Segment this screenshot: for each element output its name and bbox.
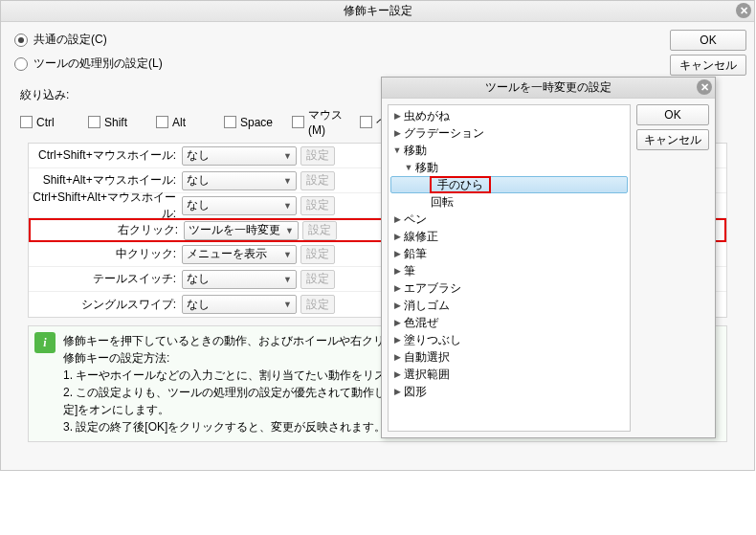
- expand-icon: ▶: [390, 214, 404, 224]
- select-value: なし: [187, 197, 210, 213]
- setting-button[interactable]: 設定: [300, 146, 335, 166]
- chevron-down-icon: ▼: [283, 201, 292, 211]
- mapping-label: Ctrl+Shift+Alt+マウスホイール:: [29, 189, 182, 222]
- filter-check[interactable]: Ctrl: [20, 107, 82, 137]
- tree-label: エアブラシ: [404, 280, 461, 297]
- mapping-select[interactable]: ツールを一時変更▼: [184, 221, 299, 240]
- popup-title-bar: ツールを一時変更の設定 ✕: [382, 78, 715, 99]
- tree-item[interactable]: ▶自動選択: [390, 348, 628, 366]
- tree-item[interactable]: ▶鉛筆: [390, 245, 628, 262]
- expand-icon: ▶: [390, 369, 404, 379]
- tree-label: グラデーション: [404, 125, 484, 142]
- tool-tree[interactable]: ▶虫めがね▶グラデーション▼移動▼移動手のひら回転▶ペン▶線修正▶鉛筆▶筆▶エア…: [388, 104, 631, 432]
- popup-temp-tool-change: ツールを一時変更の設定 ✕ ▶虫めがね▶グラデーション▼移動▼移動手のひら回転▶…: [381, 77, 716, 438]
- checkbox-icon: [20, 116, 33, 128]
- tree-item[interactable]: ▶消しゴム: [390, 297, 628, 314]
- tree-label: 塗りつぶし: [404, 332, 461, 348]
- tree-item[interactable]: ▶グラデーション: [390, 124, 628, 142]
- setting-button[interactable]: 設定: [300, 196, 335, 215]
- tree-item[interactable]: ▶線修正: [390, 228, 628, 245]
- tree-label: 線修正: [404, 229, 438, 245]
- expand-icon: ▼: [390, 145, 404, 155]
- check-label: Shift: [104, 116, 150, 129]
- close-icon[interactable]: ✕: [697, 79, 712, 95]
- dialog-title: 修飾キー設定: [344, 3, 412, 19]
- filter-check[interactable]: Shift: [88, 107, 150, 137]
- tree-item[interactable]: ▶色混ぜ: [390, 314, 628, 331]
- select-value: ツールを一時変更: [189, 222, 280, 238]
- radio-label: 共通の設定(C): [33, 32, 107, 48]
- tree-item[interactable]: ▶塗りつぶし: [390, 331, 628, 348]
- tree-label: 図形: [404, 384, 427, 400]
- info-icon: i: [34, 332, 56, 353]
- mapping-select[interactable]: なし▼: [182, 146, 297, 166]
- mapping-label: 中クリック:: [29, 246, 182, 262]
- setting-button[interactable]: 設定: [300, 171, 335, 190]
- expand-icon: ▶: [390, 283, 404, 293]
- radio-icon: [14, 33, 28, 47]
- ok-button[interactable]: OK: [670, 30, 746, 51]
- cancel-button[interactable]: キャンセル: [636, 129, 709, 150]
- ok-button[interactable]: OK: [636, 104, 709, 125]
- chevron-down-icon: ▼: [283, 275, 292, 284]
- tree-item[interactable]: ▶選択範囲: [390, 366, 628, 383]
- expand-icon: ▶: [390, 128, 404, 138]
- expand-icon: ▶: [390, 335, 404, 345]
- tree-label: 自動選択: [404, 349, 450, 366]
- check-label: Ctrl: [36, 116, 82, 129]
- popup-buttons: OK キャンセル: [636, 104, 709, 432]
- select-value: メニューを表示: [187, 246, 267, 262]
- cancel-button[interactable]: キャンセル: [670, 55, 746, 76]
- mapping-label: Shift+Alt+マウスホイール:: [29, 172, 182, 189]
- chevron-down-icon: ▼: [285, 226, 294, 235]
- radio-icon: [14, 57, 28, 71]
- checkbox-icon: [292, 116, 304, 128]
- tree-item[interactable]: ▶図形: [390, 383, 628, 400]
- select-value: なし: [187, 271, 210, 287]
- radio-group: 共通の設定(C) ツールの処理別の設定(L): [1, 32, 754, 72]
- setting-button[interactable]: 設定: [300, 295, 335, 314]
- expand-icon: ▶: [390, 352, 404, 362]
- chevron-down-icon: ▼: [283, 176, 292, 186]
- radio-pertool[interactable]: ツールの処理別の設定(L): [14, 56, 741, 72]
- radio-common[interactable]: 共通の設定(C): [14, 32, 741, 48]
- tree-label: 移動: [415, 160, 438, 176]
- mapping-select[interactable]: なし▼: [182, 196, 297, 215]
- tree-label: 鉛筆: [404, 246, 427, 262]
- mapping-select[interactable]: なし▼: [182, 295, 297, 314]
- tree-item[interactable]: ▶虫めがね: [390, 107, 628, 124]
- close-icon[interactable]: ✕: [736, 3, 751, 18]
- mapping-label: Ctrl+Shift+マウスホイール:: [29, 147, 182, 164]
- mapping-label: 右クリック:: [31, 222, 184, 238]
- filter-check[interactable]: Space: [224, 107, 286, 137]
- filter-check[interactable]: マウス(M): [292, 107, 354, 137]
- tree-item[interactable]: ▶筆: [390, 262, 628, 279]
- expand-icon: ▶: [390, 232, 404, 241]
- tree-label: 消しゴム: [404, 298, 450, 314]
- chevron-down-icon: ▼: [283, 300, 292, 309]
- mapping-label: テールスイッチ:: [29, 271, 182, 287]
- tree-item[interactable]: ▶エアブラシ: [390, 279, 628, 297]
- tree-item[interactable]: ▶ペン: [390, 211, 628, 228]
- mapping-select[interactable]: なし▼: [182, 171, 297, 190]
- checkbox-icon: [360, 116, 372, 128]
- filter-check[interactable]: Alt: [156, 107, 218, 137]
- select-value: なし: [187, 297, 210, 313]
- expand-icon: ▶: [390, 249, 404, 258]
- expand-icon: ▶: [390, 387, 404, 396]
- tree-item[interactable]: 回転: [390, 193, 628, 211]
- expand-icon: ▼: [402, 163, 415, 172]
- mapping-select[interactable]: なし▼: [182, 270, 297, 289]
- tree-item[interactable]: ▼移動: [390, 142, 628, 159]
- setting-button[interactable]: 設定: [302, 221, 337, 240]
- tree-item[interactable]: 手のひら: [390, 176, 628, 193]
- tree-item[interactable]: ▼移動: [390, 159, 628, 176]
- chevron-down-icon: ▼: [283, 151, 292, 161]
- setting-button[interactable]: 設定: [300, 245, 335, 264]
- check-label: マウス(M): [308, 107, 354, 137]
- tree-label: 回転: [431, 194, 454, 211]
- radio-label: ツールの処理別の設定(L): [33, 56, 163, 72]
- setting-button[interactable]: 設定: [300, 270, 335, 289]
- chevron-down-icon: ▼: [283, 250, 292, 259]
- mapping-select[interactable]: メニューを表示▼: [182, 245, 297, 264]
